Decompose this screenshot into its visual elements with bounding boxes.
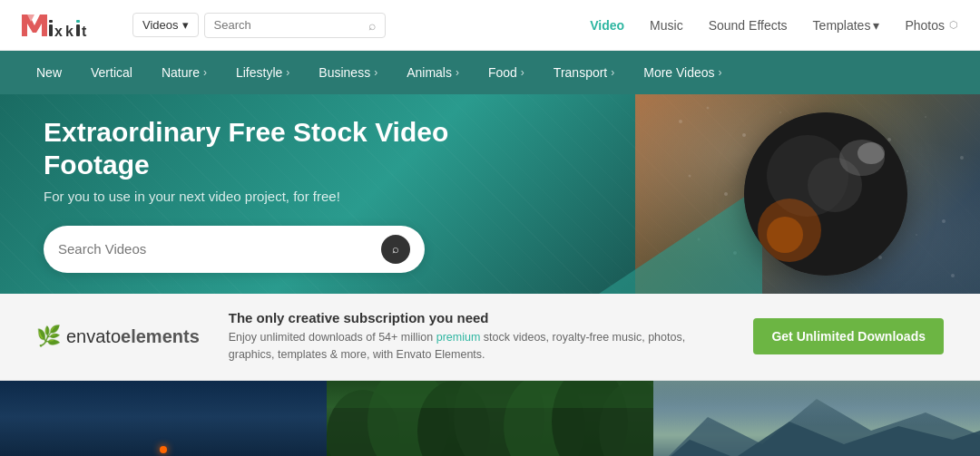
svg-rect-51	[653, 381, 980, 426]
envato-name: envatoelements	[66, 326, 200, 347]
nav-links: Video Music Sound Effects Templates ▾ Ph…	[590, 18, 958, 33]
mixkit-logo: x k t	[22, 11, 122, 40]
video-grid	[0, 381, 980, 457]
nav-sound-effects[interactable]: Sound Effects	[709, 18, 788, 33]
hero-title: Extraordinary Free Stock Video Footage	[44, 116, 501, 181]
trees-svg	[327, 381, 653, 457]
animals-arrow-icon: ›	[456, 66, 459, 79]
dropdown-label: Videos	[142, 18, 179, 32]
category-nav: New Vertical Nature › Lifestyle › Busine…	[0, 51, 980, 94]
cat-lifestyle[interactable]: Lifestyle ›	[221, 51, 304, 94]
envato-highlight: premium	[436, 331, 481, 344]
video-thumb-1[interactable]	[0, 381, 327, 457]
envato-cta-button[interactable]: Get Unlimited Downloads	[753, 318, 944, 354]
top-search-input[interactable]	[214, 18, 368, 32]
circle-image-svg	[744, 112, 907, 276]
svg-rect-6	[76, 20, 80, 23]
nav-photos[interactable]: Photos ⬡	[905, 18, 958, 33]
svg-point-9	[679, 120, 682, 123]
cat-animals[interactable]: Animals ›	[392, 51, 474, 94]
cat-business[interactable]: Business ›	[304, 51, 392, 94]
top-search-bar[interactable]: ⌕	[204, 13, 386, 38]
svg-point-38	[858, 142, 885, 164]
svg-point-32	[916, 234, 917, 236]
cat-more-videos[interactable]: More Videos ›	[629, 51, 736, 94]
svg-rect-3	[49, 24, 53, 36]
cat-nature[interactable]: Nature ›	[147, 51, 221, 94]
svg-point-10	[707, 107, 710, 110]
hero-search-input[interactable]	[58, 241, 381, 257]
svg-rect-48	[327, 381, 653, 408]
hero-image-area	[599, 94, 980, 294]
cat-vertical[interactable]: Vertical	[76, 51, 147, 94]
svg-point-33	[951, 274, 955, 277]
svg-point-12	[779, 112, 781, 113]
svg-point-16	[925, 116, 926, 118]
hero-content: Extraordinary Free Stock Video Footage F…	[0, 116, 544, 273]
hero-circle-image	[744, 112, 907, 276]
envato-logo: 🌿 envatoelements	[36, 325, 200, 348]
cat-food[interactable]: Food ›	[474, 51, 539, 94]
svg-text:t: t	[82, 24, 87, 39]
food-arrow-icon: ›	[521, 66, 524, 79]
dropdown-arrow-icon: ▾	[182, 18, 189, 32]
video-thumb-2[interactable]	[327, 381, 653, 457]
svg-point-31	[878, 256, 882, 259]
nature-arrow-icon: ›	[203, 66, 207, 79]
svg-point-25	[942, 219, 946, 223]
video-thumb-3[interactable]	[653, 381, 980, 457]
svg-rect-2	[49, 20, 53, 23]
business-arrow-icon: ›	[374, 66, 377, 79]
envato-desc: Enjoy unlimited downloads of 54+ million…	[229, 329, 725, 364]
photos-arrow-icon: ⬡	[949, 19, 958, 31]
transport-arrow-icon: ›	[611, 66, 614, 79]
svg-text:k: k	[65, 24, 74, 39]
cat-new[interactable]: New	[22, 51, 76, 94]
svg-point-40	[767, 217, 803, 253]
svg-marker-0	[22, 15, 47, 36]
videos-dropdown[interactable]: Videos ▾	[132, 13, 199, 37]
svg-rect-7	[76, 24, 80, 36]
hero-search-bar[interactable]: ⌕	[44, 226, 425, 273]
hero-search-button[interactable]: ⌕	[381, 235, 410, 264]
svg-point-11	[742, 133, 746, 137]
nav-music[interactable]: Music	[650, 18, 683, 33]
hero-subtitle: For you to use in your next video projec…	[44, 189, 501, 204]
envato-title: The only creative subscription you need	[229, 310, 725, 325]
cat-transport[interactable]: Transport ›	[539, 51, 629, 94]
envato-description: The only creative subscription you need …	[229, 310, 725, 364]
svg-point-17	[960, 156, 964, 160]
teal-triangle	[599, 185, 762, 294]
nav-templates[interactable]: Templates ▾	[813, 18, 880, 33]
top-nav: x k t Videos ▾ ⌕ Video Music Sound Effec…	[0, 0, 980, 51]
svg-text:x: x	[54, 24, 63, 39]
svg-point-18	[689, 175, 691, 178]
templates-arrow-icon: ▾	[873, 18, 879, 33]
svg-point-24	[906, 170, 908, 172]
nav-video[interactable]: Video	[590, 18, 624, 33]
orange-dot-accent	[160, 446, 167, 453]
lifestyle-arrow-icon: ›	[286, 66, 289, 79]
hero-search-icon: ⌕	[392, 242, 399, 256]
mountains-svg	[653, 381, 980, 457]
search-icon: ⌕	[368, 18, 376, 33]
more-videos-arrow-icon: ›	[719, 66, 722, 79]
envato-leaf-icon: 🌿	[36, 325, 61, 348]
envato-banner: 🌿 envatoelements The only creative subsc…	[0, 294, 980, 381]
hero-section: Extraordinary Free Stock Video Footage F…	[0, 94, 980, 294]
logo[interactable]: x k t	[22, 11, 122, 40]
